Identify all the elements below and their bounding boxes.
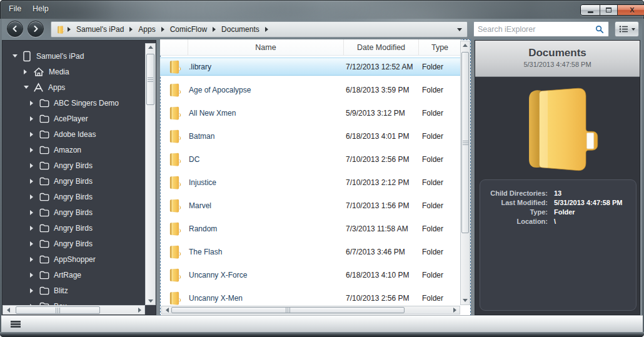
chevron-right-icon[interactable] xyxy=(30,273,36,278)
scroll-left-arrow[interactable] xyxy=(5,306,11,314)
breadcrumb-item-documents[interactable]: Documents xyxy=(219,25,262,34)
sidebar-item-artrage[interactable]: ArtRage xyxy=(3,267,145,283)
table-row[interactable]: .library7/12/2013 12:52 AMFolder xyxy=(160,58,461,76)
maximize-button[interactable] xyxy=(600,5,618,15)
minimize-button[interactable] xyxy=(581,5,600,15)
sidebar-item-adobe-ideas[interactable]: Adobe Ideas xyxy=(3,126,145,142)
scrollbar-thumb[interactable] xyxy=(171,307,405,313)
sidebar-item-angry-birds[interactable]: Angry Birds xyxy=(3,236,145,251)
detail-label: Type: xyxy=(480,208,548,217)
sidebar-item-angry-birds[interactable]: Angry Birds xyxy=(3,173,145,189)
sidebar-vertical-scrollbar[interactable] xyxy=(145,43,156,305)
chevron-right-icon[interactable] xyxy=(30,210,36,215)
breadcrumb-item-comicflow[interactable]: ComicFlow xyxy=(168,25,209,34)
table-row[interactable]: Marvel7/10/2013 1:56 PMFolder xyxy=(160,196,461,214)
column-header-date-modified[interactable]: Date Modified xyxy=(344,39,419,55)
table-row[interactable]: All New Xmen5/9/2013 3:12 PMFolder xyxy=(160,104,461,122)
view-options-button[interactable] xyxy=(615,21,639,37)
file-name: Age of Apocalypse xyxy=(189,86,346,94)
window-controls: X xyxy=(580,4,644,16)
folder-icon xyxy=(160,59,189,74)
sidebar-item-label: ABC Singers Demo xyxy=(54,99,119,108)
table-row[interactable]: Uncanny X-Men7/10/2013 2:56 PMFolder xyxy=(160,289,461,307)
breadcrumb-dropdown-arrow[interactable] xyxy=(457,28,462,31)
back-button[interactable] xyxy=(7,21,23,37)
sidebar-item-aceplayer[interactable]: AcePlayer xyxy=(3,111,145,126)
scroll-up-arrow[interactable] xyxy=(461,44,470,47)
sidebar-item-label: Samuel's iPad xyxy=(36,52,84,61)
sidebar-item-blitz[interactable]: Blitz xyxy=(3,283,145,298)
column-header-type[interactable]: Type xyxy=(419,39,461,55)
sidebar-item-label: Angry Birds xyxy=(54,177,93,186)
file-type: Folder xyxy=(422,109,461,118)
sidebar-item-amazon[interactable]: Amazon xyxy=(3,142,145,158)
scrollbar-thumb[interactable] xyxy=(461,52,469,233)
chevron-right-icon[interactable] xyxy=(30,288,36,293)
search-input[interactable] xyxy=(474,25,595,34)
sidebar-item-angry-birds[interactable]: Angry Birds xyxy=(3,204,145,220)
chevron-right-icon[interactable] xyxy=(30,226,36,231)
sidebar-item-angry-birds[interactable]: Angry Birds xyxy=(3,220,145,236)
file-date: 7/10/2013 2:12 PM xyxy=(346,178,422,187)
sidebar-item-abc-singers-demo[interactable]: ABC Singers Demo xyxy=(3,95,145,111)
column-icon-spacer[interactable] xyxy=(160,39,188,55)
sidebar: Samuel's iPad Media Apps ABC Singers Dem… xyxy=(2,40,156,315)
sidebar-item-angry-birds[interactable]: Angry Birds xyxy=(3,189,145,204)
column-header-name[interactable]: Name xyxy=(188,39,344,55)
sidebar-item-appshopper[interactable]: AppShopper xyxy=(3,251,145,267)
detail-value: \ xyxy=(554,217,556,226)
table-row[interactable]: The Flash6/7/2013 3:46 PMFolder xyxy=(160,243,461,261)
scroll-down-arrow[interactable] xyxy=(461,299,470,302)
menu-file[interactable]: File xyxy=(9,4,21,13)
sidebar-item-samuels-ipad[interactable]: Samuel's iPad xyxy=(3,48,145,64)
detail-label: Last Modified: xyxy=(480,198,548,208)
folder-icon xyxy=(39,114,49,123)
scroll-right-arrow[interactable] xyxy=(451,306,458,314)
table-row[interactable]: Uncanny X-Force6/18/2013 4:10 PMFolder xyxy=(160,266,461,284)
sidebar-item-media[interactable]: Media xyxy=(3,64,145,79)
chevron-down-icon[interactable] xyxy=(24,86,30,89)
file-name: The Flash xyxy=(189,248,346,256)
filelist-horizontal-scrollbar[interactable] xyxy=(161,306,460,314)
table-row[interactable]: Injustice7/10/2013 2:12 PMFolder xyxy=(160,173,461,191)
scrollbar-thumb[interactable] xyxy=(16,306,100,314)
chevron-right-icon[interactable] xyxy=(30,148,36,153)
scroll-up-arrow[interactable] xyxy=(146,46,155,49)
chevron-right-icon[interactable] xyxy=(30,179,36,184)
chevron-right-icon[interactable] xyxy=(30,257,36,262)
chevron-down-icon[interactable] xyxy=(13,54,19,58)
file-name: Uncanny X-Men xyxy=(189,294,346,303)
chevron-right-icon[interactable] xyxy=(24,69,30,74)
breadcrumb-item-apps[interactable]: Apps xyxy=(136,25,158,34)
chevron-down-icon xyxy=(631,28,635,31)
chevron-right-icon xyxy=(31,24,40,33)
filelist-vertical-scrollbar[interactable] xyxy=(460,41,470,305)
sidebar-item-angry-birds[interactable]: Angry Birds xyxy=(3,158,145,173)
table-row[interactable]: Age of Apocalypse6/18/2013 3:59 PMFolder xyxy=(160,81,461,99)
scroll-right-arrow[interactable] xyxy=(136,306,143,314)
table-row[interactable]: Batman6/18/2013 4:01 PMFolder xyxy=(160,127,461,145)
chevron-right-icon[interactable] xyxy=(30,163,36,168)
breadcrumb-separator xyxy=(68,27,71,32)
scroll-left-arrow[interactable] xyxy=(164,306,170,314)
menu-help[interactable]: Help xyxy=(33,4,49,13)
sidebar-item-label: Angry Birds xyxy=(54,208,93,217)
close-button[interactable]: X xyxy=(618,5,644,15)
table-row[interactable]: DC7/10/2013 2:56 PMFolder xyxy=(160,150,461,168)
chevron-right-icon[interactable] xyxy=(30,194,36,199)
chevron-right-icon[interactable] xyxy=(30,241,36,246)
chevron-right-icon[interactable] xyxy=(30,101,36,106)
breadcrumb-item-device[interactable]: Samuel's iPad xyxy=(74,25,126,34)
file-date: 7/10/2013 2:56 PM xyxy=(346,294,422,303)
search-icon[interactable] xyxy=(595,25,604,34)
scrollbar-thumb[interactable] xyxy=(146,54,154,105)
menu-icon[interactable] xyxy=(11,321,21,328)
chevron-right-icon[interactable] xyxy=(30,116,36,121)
forward-button[interactable] xyxy=(28,21,44,37)
chevron-right-icon[interactable] xyxy=(30,132,36,137)
sidebar-horizontal-scrollbar[interactable] xyxy=(3,305,145,315)
scroll-down-arrow[interactable] xyxy=(146,299,155,303)
table-row[interactable]: Random7/3/2013 11:58 AMFolder xyxy=(160,219,461,238)
file-name: Uncanny X-Force xyxy=(189,271,346,279)
sidebar-item-apps[interactable]: Apps xyxy=(3,79,145,95)
